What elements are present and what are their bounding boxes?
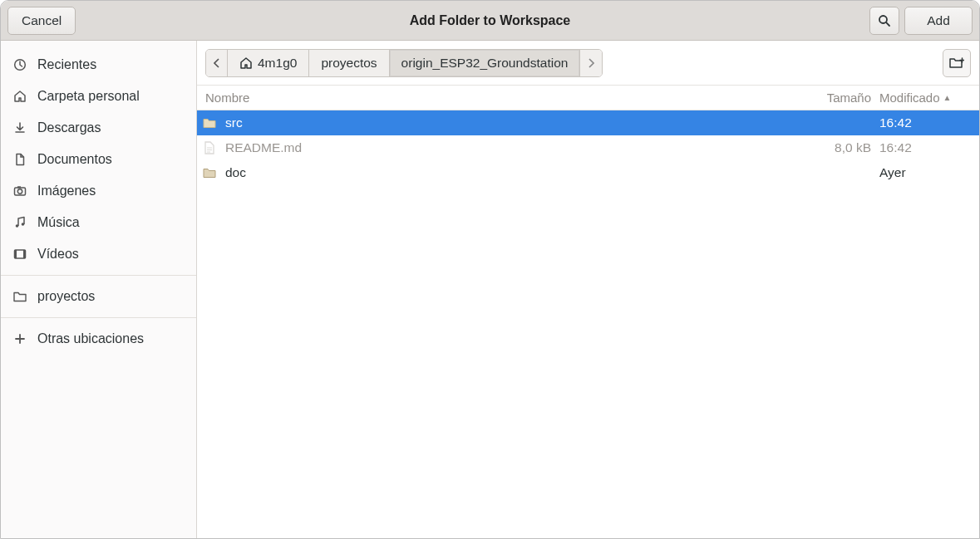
sidebar-item-label: Imágenes [37,184,96,198]
clock-icon [12,58,27,71]
sidebar-separator [1,317,196,318]
svg-line-1 [886,22,889,26]
column-size[interactable]: Tamaño [806,91,879,105]
file-icon [202,141,217,154]
svg-point-4 [17,189,22,194]
cancel-button[interactable]: Cancel [7,7,76,35]
sidebar-item-other-0[interactable]: Otras ubicaciones [1,323,196,355]
search-icon [878,14,891,27]
music-icon [12,216,27,229]
sidebar-item-places-6[interactable]: Vídeos [1,238,196,270]
sidebar-item-label: Música [37,215,80,230]
row-modified: 16:42 [879,140,979,155]
plus-icon [12,333,27,345]
path-segment-0[interactable]: 4m1g0 [228,50,309,76]
path-back-button[interactable] [206,50,228,76]
chevron-left-icon [214,58,220,68]
sidebar-item-label: proyectos [37,289,95,304]
path-bar: 4m1g0proyectosorigin_ESP32_Groundstation [197,41,979,86]
add-button[interactable]: Add [904,7,973,35]
search-button[interactable] [869,7,899,35]
sidebar-item-label: Otras ubicaciones [37,331,144,346]
svg-point-6 [16,224,19,228]
new-folder-icon [949,56,964,70]
sidebar-item-places-4[interactable]: Imágenes [1,175,196,207]
window-title: Add Folder to Workspace [1,13,979,28]
sidebar-item-bookmarks-0[interactable]: proyectos [1,281,196,312]
sidebar-item-label: Carpeta personal [37,89,140,104]
folder-icon [202,167,217,179]
video-icon [12,247,27,261]
header-bar: Cancel Add Folder to Workspace Add [1,1,979,41]
folder-row[interactable]: src16:42 [197,110,979,135]
column-modified-label: Modificado [879,91,940,105]
svg-rect-5 [17,186,21,188]
path-segment-2[interactable]: origin_ESP32_Groundstation [390,50,581,76]
row-name: README.md [225,140,806,155]
column-name[interactable]: Nombre [202,91,806,105]
sidebar-item-label: Recientes [37,57,96,72]
row-modified: 16:42 [879,115,979,130]
column-headers: Nombre Tamaño Modificado ▲ [197,86,979,110]
path-forward-button[interactable] [580,50,602,76]
download-icon [12,121,27,135]
chevron-right-icon [588,58,594,68]
sidebar-item-label: Vídeos [37,247,79,262]
row-modified: Ayer [879,165,979,180]
folder-icon [202,117,217,129]
folder-icon [12,291,27,302]
svg-rect-10 [23,250,26,258]
path-segment-1[interactable]: proyectos [309,50,389,76]
camera-icon [12,184,27,198]
new-folder-button[interactable] [943,49,971,77]
sidebar-item-places-2[interactable]: Descargas [1,112,196,144]
svg-rect-9 [15,250,17,258]
file-chooser-window: Cancel Add Folder to Workspace Add Recie… [0,0,980,539]
sidebar-item-places-3[interactable]: Documentos [1,144,196,175]
document-icon [12,153,27,166]
places-sidebar: RecientesCarpeta personalDescargasDocume… [1,41,197,538]
sidebar-item-places-1[interactable]: Carpeta personal [1,81,196,112]
path-segment-label: 4m1g0 [258,56,297,71]
column-modified[interactable]: Modificado ▲ [879,91,979,105]
path-segment-label: proyectos [321,56,377,71]
breadcrumb: 4m1g0proyectosorigin_ESP32_Groundstation [205,49,603,77]
sidebar-separator [1,275,196,276]
row-size: 8,0 kB [806,140,879,155]
home-icon [12,90,27,103]
row-name: src [225,115,806,130]
sidebar-item-label: Documentos [37,152,112,167]
path-segment-label: origin_ESP32_Groundstation [401,56,569,71]
sidebar-item-places-5[interactable]: Música [1,207,196,238]
file-row[interactable]: README.md8,0 kB16:42 [197,135,979,160]
file-list: src16:42README.md8,0 kB16:42docAyer [197,110,979,538]
sidebar-item-places-0[interactable]: Recientes [1,49,196,81]
sort-ascending-icon: ▲ [943,94,952,102]
row-name: doc [225,165,806,180]
home-icon [239,56,253,70]
dialog-body: RecientesCarpeta personalDescargasDocume… [1,41,979,538]
main-pane: 4m1g0proyectosorigin_ESP32_Groundstation… [197,41,979,538]
folder-row[interactable]: docAyer [197,160,979,185]
svg-point-7 [22,223,25,226]
sidebar-item-label: Descargas [37,120,101,135]
